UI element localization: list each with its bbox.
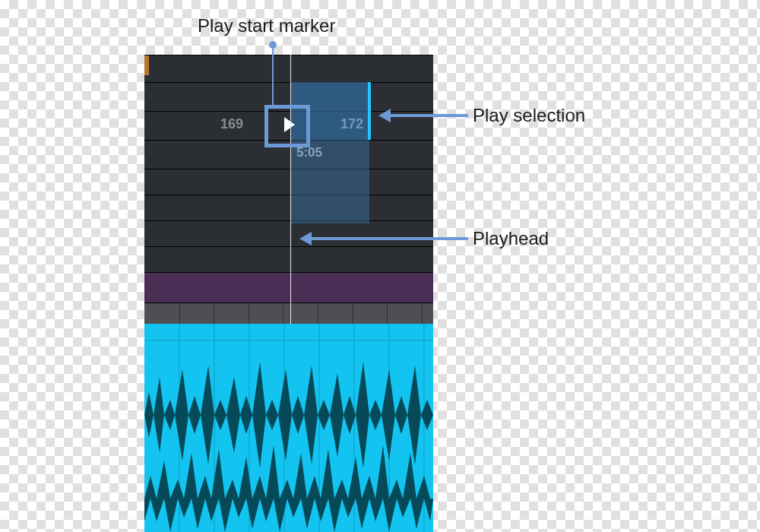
selection-right-edge[interactable]: [368, 82, 371, 140]
ruler-strip: [144, 55, 433, 82]
callout-leader-line: [272, 46, 274, 106]
callout-arrow-shaft: [389, 114, 468, 117]
callout-arrow-shaft: [310, 237, 468, 240]
beat-grid: [144, 302, 433, 324]
arrow-left-icon: [378, 109, 391, 122]
callout-highlight-box: [264, 105, 310, 147]
track-row-purple[interactable]: [144, 272, 433, 302]
track-row[interactable]: [144, 246, 433, 272]
track-row[interactable]: [144, 169, 433, 195]
track-row[interactable]: [144, 220, 433, 246]
waveform-lower-icon: [144, 445, 433, 532]
audio-waveform-track[interactable]: [144, 324, 433, 532]
label-play-start-marker: Play start marker: [198, 15, 335, 36]
region-marker-icon: [144, 55, 149, 75]
track-row[interactable]: [144, 195, 433, 220]
waveform-upper-icon: [144, 362, 433, 468]
label-play-selection: Play selection: [473, 105, 585, 126]
play-selection-region[interactable]: [290, 140, 369, 223]
label-playhead: Playhead: [473, 228, 549, 249]
arrow-left-icon: [299, 232, 312, 245]
measure-number: 169: [220, 116, 243, 132]
